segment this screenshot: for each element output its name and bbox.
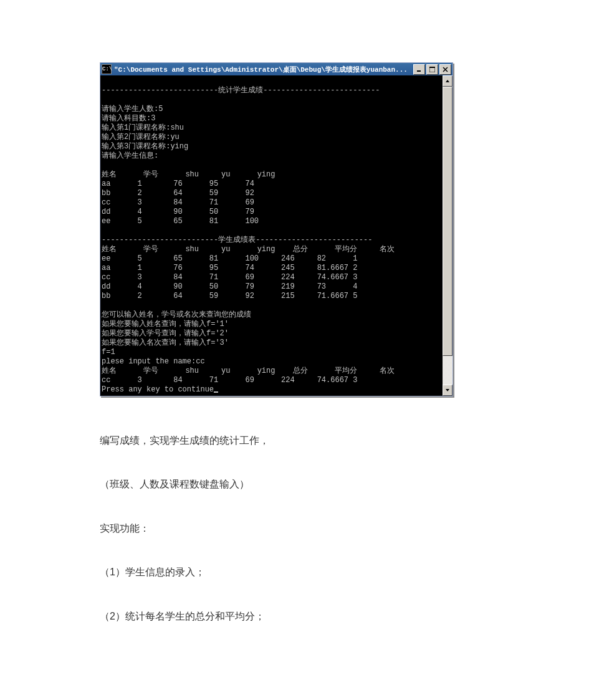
paragraph-1: 编写成绩，实现学生成绩的统计工作，: [100, 434, 489, 448]
cursor: [214, 391, 218, 393]
window-title: "C:\Documents and Settings\Administrator…: [114, 65, 412, 74]
vertical-scrollbar[interactable]: [443, 75, 453, 396]
paragraph-2: （班级、人数及课程数键盘输入）: [100, 477, 489, 491]
console-output: --------------------------统计学生成绩--------…: [100, 75, 443, 396]
scroll-down-button[interactable]: [443, 385, 453, 396]
svg-rect-2: [429, 67, 435, 68]
cmd-icon: C:\: [102, 64, 112, 74]
title-bar[interactable]: C:\ "C:\Documents and Settings\Administr…: [100, 63, 453, 75]
document-body: 编写成绩，实现学生成绩的统计工作， （班级、人数及课程数键盘输入） 实现功能： …: [100, 434, 489, 623]
maximize-button[interactable]: [426, 64, 438, 75]
svg-rect-0: [417, 70, 421, 72]
minimize-button[interactable]: [413, 64, 425, 75]
paragraph-5: （2）统计每名学生的总分和平均分；: [100, 610, 489, 623]
scroll-track[interactable]: [443, 87, 453, 385]
svg-marker-5: [446, 80, 449, 82]
svg-marker-6: [446, 389, 449, 391]
scroll-thumb[interactable]: [443, 87, 453, 356]
scroll-up-button[interactable]: [443, 75, 453, 87]
close-button[interactable]: [439, 64, 451, 75]
paragraph-3: 实现功能：: [100, 522, 489, 535]
console-window: C:\ "C:\Documents and Settings\Administr…: [100, 62, 453, 396]
paragraph-4: （1）学生信息的录入；: [100, 565, 489, 579]
